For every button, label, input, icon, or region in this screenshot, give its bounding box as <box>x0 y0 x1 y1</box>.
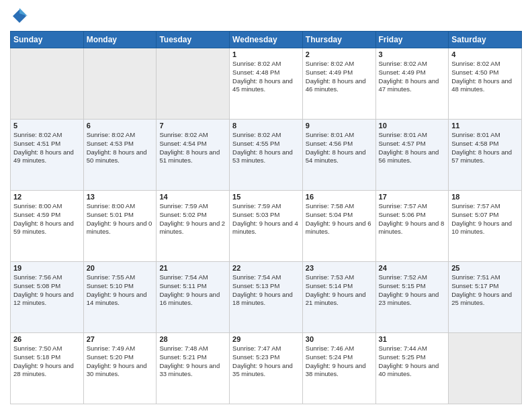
day-info: Sunrise: 7:55 AM Sunset: 5:10 PM Dayligh… <box>87 273 154 308</box>
day-number: 30 <box>306 335 373 343</box>
logo <box>10 7 32 26</box>
calendar-container: SundayMondayTuesdayWednesdayThursdayFrid… <box>0 0 532 411</box>
day-number: 20 <box>87 264 154 272</box>
day-cell <box>449 333 522 404</box>
day-cell: 21Sunrise: 7:54 AM Sunset: 5:11 PM Dayli… <box>157 262 230 333</box>
day-info: Sunrise: 8:00 AM Sunset: 5:01 PM Dayligh… <box>87 202 154 236</box>
day-cell: 1Sunrise: 8:02 AM Sunset: 4:48 PM Daylig… <box>230 48 303 120</box>
logo-icon <box>10 7 29 26</box>
day-cell: 23Sunrise: 7:53 AM Sunset: 5:14 PM Dayli… <box>302 262 375 333</box>
day-cell: 19Sunrise: 7:56 AM Sunset: 5:08 PM Dayli… <box>11 262 84 333</box>
day-cell: 4Sunrise: 8:02 AM Sunset: 4:50 PM Daylig… <box>449 48 522 120</box>
day-number: 18 <box>451 193 519 201</box>
day-info: Sunrise: 7:59 AM Sunset: 5:02 PM Dayligh… <box>159 202 226 236</box>
col-header-tuesday: Tuesday <box>157 32 230 48</box>
day-info: Sunrise: 7:44 AM Sunset: 5:25 PM Dayligh… <box>379 345 446 379</box>
day-cell: 17Sunrise: 7:57 AM Sunset: 5:06 PM Dayli… <box>375 191 449 262</box>
day-info: Sunrise: 7:46 AM Sunset: 5:24 PM Dayligh… <box>306 345 373 379</box>
day-info: Sunrise: 8:01 AM Sunset: 4:57 PM Dayligh… <box>379 131 446 165</box>
col-header-sunday: Sunday <box>11 32 84 48</box>
day-info: Sunrise: 7:54 AM Sunset: 5:13 PM Dayligh… <box>232 273 300 308</box>
day-cell: 11Sunrise: 8:01 AM Sunset: 4:58 PM Dayli… <box>449 120 522 191</box>
day-number: 31 <box>379 335 446 343</box>
col-header-monday: Monday <box>83 32 157 48</box>
day-cell: 10Sunrise: 8:01 AM Sunset: 4:57 PM Dayli… <box>375 120 449 191</box>
header-row: SundayMondayTuesdayWednesdayThursdayFrid… <box>11 32 522 48</box>
calendar-table: SundayMondayTuesdayWednesdayThursdayFrid… <box>10 31 522 404</box>
day-info: Sunrise: 7:57 AM Sunset: 5:07 PM Dayligh… <box>451 202 519 236</box>
day-number: 26 <box>13 335 81 343</box>
day-info: Sunrise: 7:56 AM Sunset: 5:08 PM Dayligh… <box>13 273 81 308</box>
header <box>10 7 522 26</box>
calendar-header: SundayMondayTuesdayWednesdayThursdayFrid… <box>11 32 522 48</box>
day-number: 5 <box>13 122 81 130</box>
day-number: 2 <box>306 50 373 58</box>
day-info: Sunrise: 7:49 AM Sunset: 5:20 PM Dayligh… <box>87 345 154 379</box>
col-header-thursday: Thursday <box>302 32 375 48</box>
day-number: 4 <box>451 50 519 58</box>
day-number: 23 <box>306 264 373 272</box>
day-number: 16 <box>306 193 373 201</box>
day-cell: 26Sunrise: 7:50 AM Sunset: 5:18 PM Dayli… <box>11 333 84 404</box>
day-info: Sunrise: 7:58 AM Sunset: 5:04 PM Dayligh… <box>306 202 373 236</box>
col-header-friday: Friday <box>375 32 449 48</box>
day-info: Sunrise: 8:01 AM Sunset: 4:56 PM Dayligh… <box>306 131 373 165</box>
day-cell: 29Sunrise: 7:47 AM Sunset: 5:23 PM Dayli… <box>230 333 303 404</box>
day-info: Sunrise: 7:50 AM Sunset: 5:18 PM Dayligh… <box>13 345 81 379</box>
day-number: 7 <box>159 122 226 130</box>
day-number: 6 <box>87 122 154 130</box>
day-cell: 7Sunrise: 8:02 AM Sunset: 4:54 PM Daylig… <box>157 120 230 191</box>
day-info: Sunrise: 8:02 AM Sunset: 4:50 PM Dayligh… <box>451 60 519 94</box>
day-number: 28 <box>159 335 226 343</box>
day-number: 25 <box>451 264 519 272</box>
day-cell: 28Sunrise: 7:48 AM Sunset: 5:21 PM Dayli… <box>157 333 230 404</box>
day-number: 3 <box>379 50 446 58</box>
day-cell: 20Sunrise: 7:55 AM Sunset: 5:10 PM Dayli… <box>83 262 157 333</box>
day-cell <box>83 48 157 120</box>
day-number: 19 <box>13 264 81 272</box>
col-header-saturday: Saturday <box>449 32 522 48</box>
day-info: Sunrise: 8:02 AM Sunset: 4:55 PM Dayligh… <box>232 131 300 165</box>
day-info: Sunrise: 8:02 AM Sunset: 4:53 PM Dayligh… <box>87 131 154 165</box>
day-number: 22 <box>232 264 300 272</box>
day-info: Sunrise: 8:00 AM Sunset: 4:59 PM Dayligh… <box>13 202 81 236</box>
day-cell: 27Sunrise: 7:49 AM Sunset: 5:20 PM Dayli… <box>83 333 157 404</box>
day-number: 14 <box>159 193 226 201</box>
day-cell <box>157 48 230 120</box>
day-info: Sunrise: 8:02 AM Sunset: 4:49 PM Dayligh… <box>379 60 446 94</box>
day-number: 12 <box>13 193 81 201</box>
day-cell: 31Sunrise: 7:44 AM Sunset: 5:25 PM Dayli… <box>375 333 449 404</box>
day-info: Sunrise: 8:02 AM Sunset: 4:51 PM Dayligh… <box>13 131 81 165</box>
day-info: Sunrise: 7:48 AM Sunset: 5:21 PM Dayligh… <box>159 345 226 379</box>
calendar-body: 1Sunrise: 8:02 AM Sunset: 4:48 PM Daylig… <box>11 48 522 404</box>
week-row-1: 1Sunrise: 8:02 AM Sunset: 4:48 PM Daylig… <box>11 48 522 120</box>
day-number: 15 <box>232 193 300 201</box>
week-row-4: 19Sunrise: 7:56 AM Sunset: 5:08 PM Dayli… <box>11 262 522 333</box>
day-info: Sunrise: 8:02 AM Sunset: 4:48 PM Dayligh… <box>232 60 300 94</box>
day-cell: 22Sunrise: 7:54 AM Sunset: 5:13 PM Dayli… <box>230 262 303 333</box>
day-cell <box>11 48 84 120</box>
day-number: 24 <box>379 264 446 272</box>
day-cell: 24Sunrise: 7:52 AM Sunset: 5:15 PM Dayli… <box>375 262 449 333</box>
day-cell: 2Sunrise: 8:02 AM Sunset: 4:49 PM Daylig… <box>302 48 375 120</box>
day-number: 13 <box>87 193 154 201</box>
day-number: 11 <box>451 122 519 130</box>
day-cell: 18Sunrise: 7:57 AM Sunset: 5:07 PM Dayli… <box>449 191 522 262</box>
day-info: Sunrise: 7:47 AM Sunset: 5:23 PM Dayligh… <box>232 345 300 379</box>
day-number: 27 <box>87 335 154 343</box>
day-cell: 8Sunrise: 8:02 AM Sunset: 4:55 PM Daylig… <box>230 120 303 191</box>
day-info: Sunrise: 8:02 AM Sunset: 4:49 PM Dayligh… <box>306 60 373 94</box>
day-cell: 6Sunrise: 8:02 AM Sunset: 4:53 PM Daylig… <box>83 120 157 191</box>
day-cell: 15Sunrise: 7:59 AM Sunset: 5:03 PM Dayli… <box>230 191 303 262</box>
day-cell: 3Sunrise: 8:02 AM Sunset: 4:49 PM Daylig… <box>375 48 449 120</box>
day-info: Sunrise: 7:53 AM Sunset: 5:14 PM Dayligh… <box>306 273 373 308</box>
day-cell: 16Sunrise: 7:58 AM Sunset: 5:04 PM Dayli… <box>302 191 375 262</box>
day-cell: 30Sunrise: 7:46 AM Sunset: 5:24 PM Dayli… <box>302 333 375 404</box>
day-number: 1 <box>232 50 300 58</box>
week-row-2: 5Sunrise: 8:02 AM Sunset: 4:51 PM Daylig… <box>11 120 522 191</box>
day-cell: 14Sunrise: 7:59 AM Sunset: 5:02 PM Dayli… <box>157 191 230 262</box>
day-number: 8 <box>232 122 300 130</box>
day-cell: 25Sunrise: 7:51 AM Sunset: 5:17 PM Dayli… <box>449 262 522 333</box>
day-info: Sunrise: 8:01 AM Sunset: 4:58 PM Dayligh… <box>451 131 519 165</box>
day-info: Sunrise: 8:02 AM Sunset: 4:54 PM Dayligh… <box>159 131 226 165</box>
